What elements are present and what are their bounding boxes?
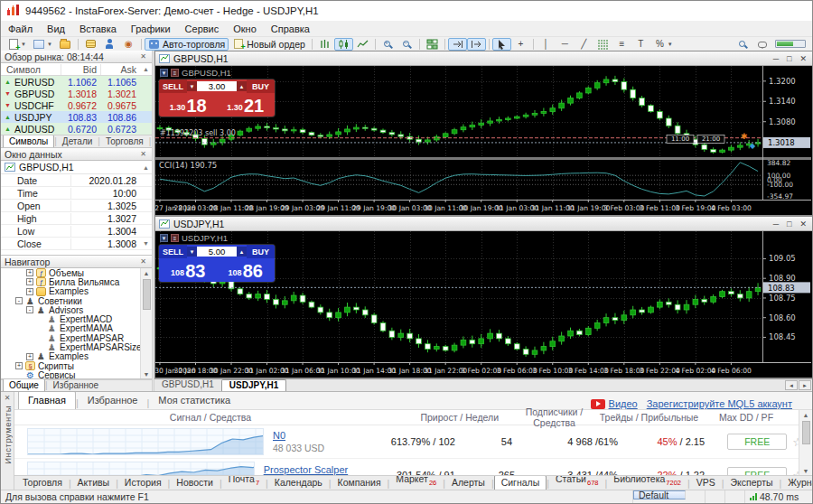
signal-row-1[interactable]: Prospector Scalper EA301.54% / 912653 43…	[14, 459, 812, 475]
bottom-tab-VPS[interactable]: VPS	[690, 476, 722, 490]
expander-icon[interactable]: +	[26, 353, 33, 360]
navigator-item-Examples[interactable]: +Examples	[1, 287, 140, 296]
bottom-tab-Почта[interactable]: Почта7	[222, 475, 266, 490]
scroll-left-icon[interactable]: ◄	[785, 380, 798, 390]
bottom-tab-Новости[interactable]: Новости	[170, 476, 220, 490]
market-watch-row-AUDUSD[interactable]: ▲AUDUSD0.67200.6723	[1, 123, 152, 135]
toolbox-tab-0[interactable]: Главная	[18, 392, 76, 409]
buy-price-button[interactable]: 10886	[218, 258, 275, 281]
menu-item-4[interactable]: Сервис	[178, 23, 227, 35]
chat-button[interactable]	[752, 38, 771, 51]
close-icon[interactable]: ✕	[799, 54, 807, 63]
chart-canvas-gbpusd[interactable]: CCI(14) 190.75384.82100.000.00-100.00-35…	[155, 66, 813, 215]
scroll-down-icon[interactable]: ▼	[140, 240, 152, 247]
status-profile-cell[interactable]: Default	[633, 490, 686, 499]
expander-icon[interactable]: +	[26, 278, 33, 285]
maximize-icon[interactable]: □	[787, 219, 791, 229]
sell-price-button[interactable]: 10883	[160, 258, 217, 281]
navigator-item-Объемы[interactable]: +ƒОбъемы	[1, 268, 140, 277]
chart-tab-USDJPY,H1[interactable]: USDJPY,H1	[221, 379, 286, 391]
mql5-register-link[interactable]: Зарегистрируйте MQL5 аккаунт	[647, 398, 792, 409]
market-watch-row-EURUSD[interactable]: ▲EURUSD1.10621.1065	[1, 76, 152, 88]
sell-button[interactable]: SELL	[159, 79, 187, 93]
menu-item-5[interactable]: Окно	[226, 23, 264, 35]
toolbox-tab-1[interactable]: Избранное	[79, 392, 147, 409]
fibonacci-button[interactable]	[593, 38, 612, 51]
scroll-up-icon[interactable]: ▲	[140, 66, 152, 72]
bottom-tab-Библиотека[interactable]: Библиотека7202	[607, 475, 687, 490]
free-button[interactable]: FREE	[727, 467, 787, 475]
volume-dropdown-icon[interactable]: ▼	[187, 81, 197, 91]
new-chart-button[interactable]: ▼	[4, 38, 30, 51]
trendline-button[interactable]: ╱	[575, 38, 593, 51]
navigator-item-Билла Вильямса[interactable]: +ƒБилла Вильямса	[1, 277, 140, 286]
channel-button[interactable]: ≡	[612, 38, 631, 51]
connection-button[interactable]	[771, 38, 809, 51]
vertical-line-button[interactable]: │	[537, 38, 556, 51]
bottom-tab-Сигналы[interactable]: Сигналы	[494, 475, 547, 490]
buy-button[interactable]: BUY	[247, 245, 275, 258]
cursor-button[interactable]	[492, 38, 511, 51]
bottom-tab-Статьи[interactable]: Статьи678	[549, 475, 605, 490]
menu-item-1[interactable]: Вид	[40, 23, 72, 35]
video-link[interactable]: Видео	[609, 398, 638, 409]
depth-of-market-icon[interactable]: ≡	[171, 234, 179, 242]
zoom-in-button[interactable]: +	[378, 38, 397, 51]
broadcast-button[interactable]: ◉	[119, 38, 138, 51]
expander-icon[interactable]: +	[26, 288, 33, 295]
sell-button[interactable]: SELL	[159, 245, 187, 258]
menu-item-3[interactable]: Графики	[124, 23, 178, 35]
navigator-tab-0[interactable]: Общие	[3, 378, 45, 391]
maximize-icon[interactable]: □	[787, 54, 791, 63]
menu-item-0[interactable]: Файл	[1, 23, 40, 35]
expander-icon[interactable]: -	[15, 297, 23, 304]
menu-item-6[interactable]: Справка	[264, 23, 317, 35]
volume-input[interactable]: 3.00	[197, 81, 237, 91]
scroll-down-icon[interactable]: ▼	[141, 369, 152, 378]
depth-of-market-icon[interactable]: ≡	[171, 69, 179, 77]
buy-price-button[interactable]: 1.3021	[218, 93, 275, 116]
bottom-tab-Алерты[interactable]: Алерты	[445, 476, 491, 490]
close-icon[interactable]: ✕	[799, 219, 807, 229]
expander-icon[interactable]: -	[26, 306, 33, 313]
line-chart-button[interactable]	[353, 38, 372, 51]
scroll-up-icon[interactable]: ▲	[803, 410, 809, 419]
shift-chart-button[interactable]	[448, 38, 467, 51]
close-icon[interactable]: ✕	[138, 150, 148, 158]
free-button[interactable]: FREE	[727, 434, 787, 450]
chart-tab-GBPUSD,H1[interactable]: GBPUSD,H1	[154, 379, 221, 391]
crosshair-button[interactable]: +	[511, 38, 530, 51]
expander-icon[interactable]: +	[15, 362, 23, 369]
navigator-item-Examples[interactable]: +♟Examples	[1, 352, 140, 361]
navigator-item-Advisors[interactable]: -♟Advisors	[1, 305, 140, 314]
bars-chart-button[interactable]	[315, 38, 334, 51]
navigator-item-Скрипты[interactable]: +§Скрипты	[1, 361, 140, 370]
scroll-down-icon[interactable]: ▼	[803, 466, 809, 475]
navigator-scrollbar[interactable]: ▲ ▼	[140, 268, 152, 378]
chart-window-titlebar[interactable]: GBPUSD,H1─□✕	[155, 51, 813, 66]
bottom-tab-Эксперты[interactable]: Эксперты	[724, 476, 780, 490]
navigator-item-ExpertMAPSAR[interactable]: ♟ExpertMAPSAR	[1, 333, 140, 342]
scrollbar-thumb[interactable]	[143, 279, 151, 310]
bottom-tab-Торговля[interactable]: Торговля	[16, 476, 69, 490]
navigator-tab-1[interactable]: Избранное	[48, 379, 105, 391]
market-watch-row-USDCHF[interactable]: ▼USDCHF0.96720.9675	[1, 99, 152, 111]
navigator-item-ExpertMACD[interactable]: ♟ExpertMACD	[1, 314, 140, 323]
profiles-button[interactable]: ▼	[30, 38, 56, 51]
scroll-up-icon[interactable]: ▲	[140, 164, 152, 171]
text-button[interactable]: T	[631, 38, 650, 51]
chart-window-titlebar[interactable]: USDJPY,H1─□✕	[155, 217, 813, 231]
bottom-tab-Активы[interactable]: Активы	[71, 476, 117, 490]
market-button[interactable]	[81, 38, 100, 51]
candles-chart-button[interactable]	[334, 38, 353, 51]
search-button[interactable]	[734, 38, 752, 51]
sell-price-button[interactable]: 1.3018	[160, 93, 217, 116]
bottom-tab-Маркет[interactable]: Маркет26	[389, 475, 443, 490]
community-button[interactable]	[100, 38, 119, 51]
tile-windows-button[interactable]	[423, 38, 442, 51]
bottom-tab-Компания[interactable]: Компания	[332, 476, 388, 490]
volume-up-icon[interactable]: ▲	[237, 247, 247, 257]
collapse-panel-icon[interactable]: ▼	[160, 234, 168, 242]
signal-name-link[interactable]: N0	[273, 430, 324, 441]
minimize-icon[interactable]: ─	[773, 219, 779, 229]
